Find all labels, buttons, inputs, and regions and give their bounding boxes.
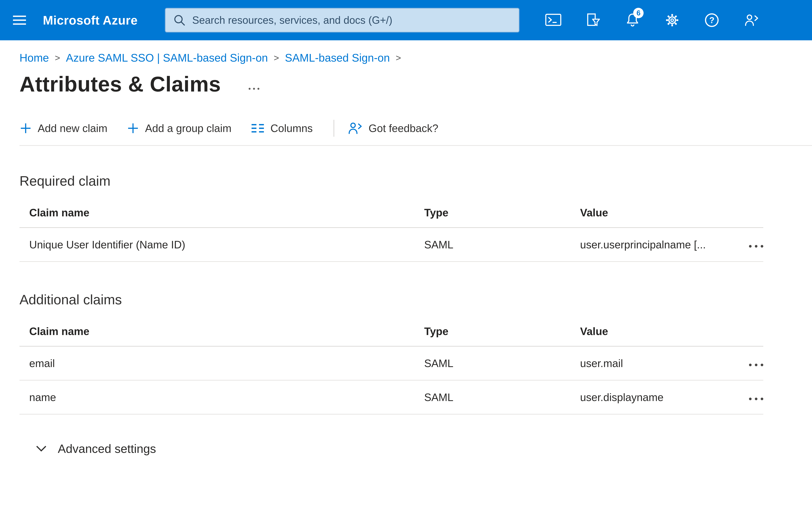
add-new-claim-button[interactable]: Add new claim <box>20 122 107 134</box>
column-header-claim-name: Claim name <box>20 198 414 227</box>
command-bar: Add new claim Add a group claim Columns <box>20 120 812 146</box>
advanced-settings-toggle[interactable]: Advanced settings <box>36 442 156 456</box>
blade-content: Required claim Claim name Type Value Uni… <box>0 173 812 456</box>
table-row[interactable]: Unique User Identifier (Name ID) SAML us… <box>20 227 763 262</box>
hamburger-menu-icon[interactable] <box>5 6 34 34</box>
row-context-menu-button[interactable] <box>747 395 763 403</box>
row-context-menu-button[interactable] <box>747 360 763 370</box>
topbar-icons: 6 ? <box>539 6 766 34</box>
help-button[interactable]: ? <box>697 6 726 34</box>
claim-value-cell: user.userprincipalname [... <box>570 227 737 262</box>
claim-type-cell: SAML <box>414 380 570 414</box>
plus-icon <box>127 122 139 134</box>
ellipsis-icon <box>748 244 763 248</box>
toolbar-divider <box>334 120 334 137</box>
column-header-value: Value <box>570 317 737 346</box>
settings-button[interactable] <box>658 6 687 34</box>
breadcrumb-separator: > <box>274 53 279 63</box>
table-row[interactable]: name SAML user.displayname <box>20 380 763 414</box>
notifications-button[interactable]: 6 <box>618 6 647 34</box>
breadcrumb-app-link[interactable]: Azure SAML SSO | SAML-based Sign-on <box>66 51 268 64</box>
breadcrumb-separator: > <box>396 53 401 63</box>
required-claim-heading: Required claim <box>20 173 812 189</box>
column-header-type: Type <box>414 198 570 227</box>
claim-name-cell: name <box>20 380 414 414</box>
azure-portal-window: Microsoft Azure <box>0 0 812 514</box>
columns-button[interactable]: Columns <box>251 122 313 134</box>
feedback-icon <box>744 13 759 27</box>
table-header-row: Claim name Type Value <box>20 317 763 346</box>
columns-icon <box>251 123 265 134</box>
got-feedback-label: Got feedback? <box>369 122 438 134</box>
ellipsis-icon <box>748 363 763 367</box>
breadcrumb: Home > Azure SAML SSO | SAML-based Sign-… <box>0 40 812 64</box>
ellipsis-icon <box>248 87 260 90</box>
global-search[interactable] <box>165 8 520 32</box>
ellipsis-icon <box>748 397 763 401</box>
row-context-menu-button[interactable] <box>747 242 763 251</box>
add-group-claim-label: Add a group claim <box>145 122 231 134</box>
advanced-settings-label: Advanced settings <box>58 442 156 456</box>
directory-filter-icon <box>586 13 600 27</box>
claim-type-cell: SAML <box>414 227 570 262</box>
claim-value-cell: user.mail <box>570 346 737 380</box>
search-input[interactable] <box>192 14 511 26</box>
notification-count-badge: 6 <box>633 8 644 18</box>
columns-label: Columns <box>270 122 313 134</box>
table-row[interactable]: email SAML user.mail <box>20 346 763 380</box>
top-bar: Microsoft Azure <box>0 0 812 40</box>
column-header-value: Value <box>570 198 737 227</box>
cloud-shell-button[interactable] <box>539 6 568 34</box>
chevron-down-icon <box>36 445 47 452</box>
brand-title[interactable]: Microsoft Azure <box>43 13 138 27</box>
claim-type-cell: SAML <box>414 346 570 380</box>
column-header-type: Type <box>414 317 570 346</box>
claim-name-cell: Unique User Identifier (Name ID) <box>20 227 414 262</box>
required-claim-table: Claim name Type Value Unique User Identi… <box>20 198 763 262</box>
claim-value-cell: user.displayname <box>570 380 737 414</box>
directory-filter-button[interactable] <box>579 6 607 34</box>
cloud-shell-icon <box>545 13 561 27</box>
help-icon: ? <box>705 13 719 27</box>
column-header-claim-name: Claim name <box>20 317 414 346</box>
feedback-button[interactable] <box>737 6 766 34</box>
claim-name-cell: email <box>20 346 414 380</box>
search-icon <box>173 14 185 26</box>
plus-icon <box>20 122 32 134</box>
additional-claims-heading: Additional claims <box>20 292 812 307</box>
table-header-row: Claim name Type Value <box>20 198 763 227</box>
page-title: Attributes & Claims <box>20 72 221 97</box>
context-menu-button[interactable] <box>248 87 260 90</box>
additional-claims-table: Claim name Type Value email SAML user.ma… <box>20 317 763 414</box>
settings-gear-icon <box>665 13 679 28</box>
got-feedback-button[interactable]: Got feedback? <box>347 121 438 135</box>
breadcrumb-saml-link[interactable]: SAML-based Sign-on <box>285 51 390 64</box>
add-new-claim-label: Add new claim <box>38 122 107 134</box>
feedback-icon <box>347 121 363 135</box>
add-group-claim-button[interactable]: Add a group claim <box>127 122 231 134</box>
breadcrumb-separator: > <box>55 53 60 63</box>
title-row: Attributes & Claims <box>0 64 812 97</box>
breadcrumb-home-link[interactable]: Home <box>20 51 49 64</box>
